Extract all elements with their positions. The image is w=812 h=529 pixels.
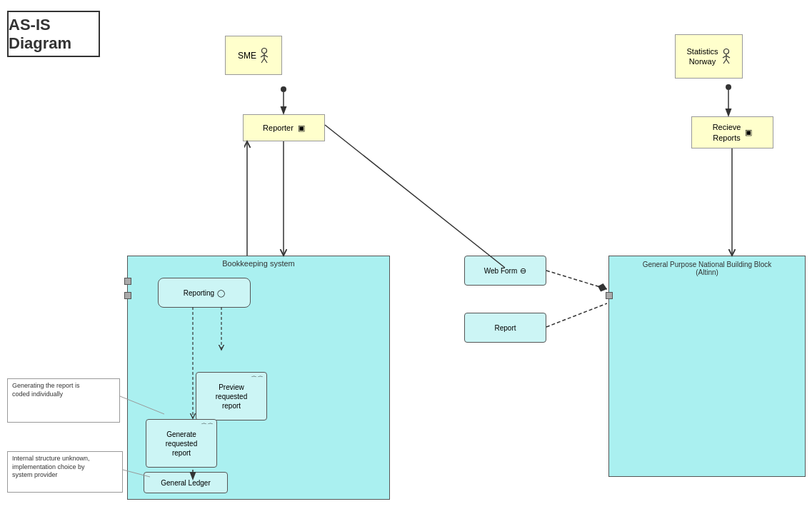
preview-report-label: Previewrequestedreport	[216, 383, 247, 410]
svg-line-5	[264, 59, 267, 63]
generate-report-icon: ⌒⌒	[201, 422, 214, 431]
svg-line-4	[261, 59, 264, 63]
sme-actor: SME	[225, 36, 282, 75]
diagram-canvas: AS-IS Diagram SME StatisticsNorway	[0, 0, 812, 529]
preview-report-component: Previewrequestedreport ⌒⌒	[196, 372, 267, 420]
general-ledger-component: General Ledger	[144, 472, 228, 493]
gpnbb-container: General Purpose National Building Block(…	[608, 256, 806, 477]
sme-label: SME	[238, 51, 256, 61]
web-form-icon: ⊖	[520, 266, 526, 276]
reporting-label: Reporting	[184, 289, 214, 297]
general-ledger-label: General Ledger	[161, 479, 211, 487]
report-component: Report	[464, 313, 546, 343]
receive-reports-role: RecieveReports ▣	[691, 116, 773, 148]
note-internal: Internal structure unknown,implementatio…	[7, 451, 123, 493]
web-form-component: Web Form ⊖	[464, 256, 546, 286]
reporter-label: Reporter	[263, 124, 294, 132]
connector-bookkeeping-left-mid	[124, 292, 131, 299]
svg-line-2	[261, 55, 264, 57]
connector-gpnbb-left	[606, 292, 613, 299]
generate-report-component: Generaterequestedreport ⌒⌒	[146, 419, 217, 468]
report-label: Report	[494, 324, 516, 332]
note-internal-text: Internal structure unknown,implementatio…	[12, 455, 90, 478]
reporter-role-icon: ▣	[298, 124, 305, 133]
reporter-role: Reporter ▣	[243, 114, 325, 141]
actor-icon-sme	[259, 48, 269, 64]
svg-line-24	[546, 303, 607, 327]
svg-line-11	[726, 59, 729, 64]
note-generating-text: Generating the report iscoded individual…	[12, 382, 80, 398]
connector-bookkeeping-left-top	[124, 278, 131, 285]
actor-icon-statistics-norway	[721, 49, 731, 64]
as-is-label: AS-IS Diagram	[9, 16, 99, 53]
svg-point-6	[723, 49, 728, 54]
receive-reports-icon: ▣	[745, 128, 752, 137]
bookkeeping-container: Bookkeeping system Reporting ◯ Previewre…	[127, 256, 390, 500]
bookkeeping-label: Bookkeeping system	[222, 259, 295, 268]
web-form-label: Web Form	[484, 267, 518, 275]
svg-point-12	[281, 86, 286, 92]
statistics-norway-actor: StatisticsNorway	[675, 34, 743, 79]
gpnbb-label: General Purpose National Building Block(…	[636, 261, 778, 276]
svg-line-10	[723, 59, 726, 64]
as-is-box: AS-IS Diagram	[7, 11, 100, 57]
svg-line-18	[325, 125, 505, 268]
svg-line-8	[723, 56, 726, 58]
preview-report-icon: ⌒⌒	[251, 375, 264, 384]
receive-reports-label: RecieveReports	[713, 122, 741, 143]
svg-line-3	[264, 55, 268, 57]
svg-point-14	[726, 84, 731, 90]
svg-point-0	[262, 48, 267, 53]
svg-line-23	[546, 271, 607, 289]
reporting-icon: ◯	[217, 289, 225, 297]
reporting-component: Reporting ◯	[158, 278, 251, 308]
note-generating: Generating the report iscoded individual…	[7, 378, 120, 423]
generate-report-label: Generaterequestedreport	[166, 430, 197, 458]
svg-line-9	[726, 56, 730, 58]
statistics-norway-label: StatisticsNorway	[686, 46, 718, 67]
